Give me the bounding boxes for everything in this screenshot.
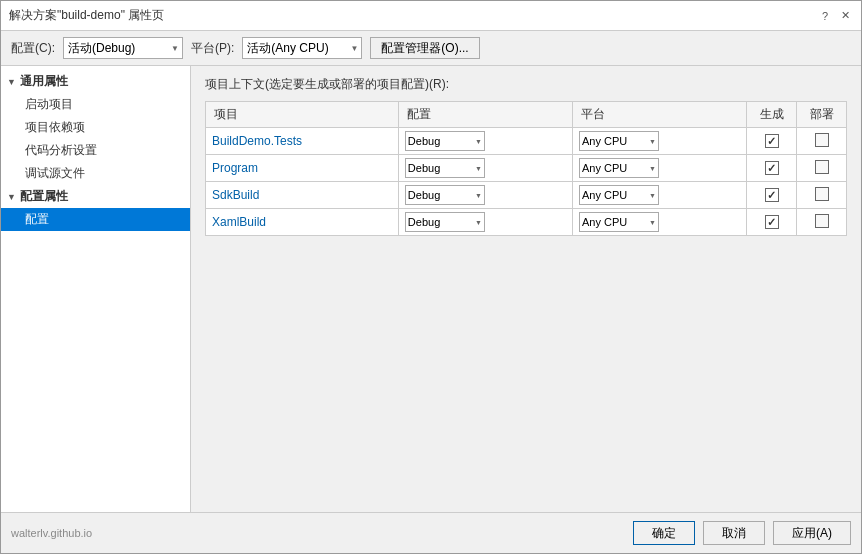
sidebar-item-code-analysis[interactable]: 代码分析设置 [1,139,190,162]
table-row: XamlBuildDebugAny CPU [206,209,847,236]
general-group-label: 通用属性 [20,73,68,90]
row-config-select[interactable]: Debug [405,131,485,151]
config-label: 配置(C): [11,40,55,57]
platform-label: 平台(P): [191,40,234,57]
main-window: 解决方案"build-demo" 属性页 ? ✕ 配置(C): 活动(Debug… [0,0,862,554]
row-config-select[interactable]: Debug [405,212,485,232]
row-platform-select-wrapper: Any CPU [579,185,659,205]
row-config-select-wrapper: Debug [405,158,485,178]
dialog-buttons: 确定 取消 应用(A) [633,521,851,545]
help-button[interactable]: ? [817,8,833,24]
deploy-checkbox[interactable] [815,187,829,201]
row-platform-select[interactable]: Any CPU [579,212,659,232]
table-row: ProgramDebugAny CPU [206,155,847,182]
general-arrow-icon: ▼ [7,77,16,87]
row-config-select[interactable]: Debug [405,185,485,205]
row-platform-select[interactable]: Any CPU [579,185,659,205]
row-platform-select-wrapper: Any CPU [579,131,659,151]
watermark: walterlv.github.io [11,527,92,539]
config-select[interactable]: 活动(Debug) [63,37,183,59]
panel-title: 项目上下文(选定要生成或部署的项目配置)(R): [205,76,847,93]
table-row: BuildDemo.TestsDebugAny CPU [206,128,847,155]
col-config: 配置 [398,102,572,128]
config-group-label: 配置属性 [20,188,68,205]
close-button[interactable]: ✕ [837,8,853,24]
right-panel: 项目上下文(选定要生成或部署的项目配置)(R): 项目 配置 平台 生成 部署 … [191,66,861,512]
row-platform-select-wrapper: Any CPU [579,212,659,232]
row-config-select[interactable]: Debug [405,158,485,178]
deploy-checkbox[interactable] [815,160,829,174]
build-checkbox[interactable] [765,188,779,202]
apply-button[interactable]: 应用(A) [773,521,851,545]
sidebar-item-startup[interactable]: 启动项目 [1,93,190,116]
general-group-header[interactable]: ▼ 通用属性 [1,70,190,93]
sidebar: ▼ 通用属性 启动项目 项目依赖项 代码分析设置 调试源文件 ▼ [1,66,191,512]
config-section: ▼ 配置属性 配置 [1,185,190,231]
config-group-header[interactable]: ▼ 配置属性 [1,185,190,208]
col-project: 项目 [206,102,399,128]
cancel-button[interactable]: 取消 [703,521,765,545]
table-row: SdkBuildDebugAny CPU [206,182,847,209]
general-section: ▼ 通用属性 启动项目 项目依赖项 代码分析设置 调试源文件 [1,70,190,185]
main-content: ▼ 通用属性 启动项目 项目依赖项 代码分析设置 调试源文件 ▼ [1,66,861,512]
row-config-select-wrapper: Debug [405,131,485,151]
platform-select[interactable]: 活动(Any CPU) [242,37,362,59]
build-checkbox[interactable] [765,215,779,229]
config-select-wrapper: 活动(Debug) [63,37,183,59]
row-platform-select[interactable]: Any CPU [579,158,659,178]
project-name: BuildDemo.Tests [212,134,302,148]
sidebar-item-configuration[interactable]: 配置 [1,208,190,231]
row-config-select-wrapper: Debug [405,212,485,232]
deploy-checkbox[interactable] [815,214,829,228]
title-bar-controls: ? ✕ [817,8,853,24]
sidebar-item-deps[interactable]: 项目依赖项 [1,116,190,139]
ok-button[interactable]: 确定 [633,521,695,545]
project-name: SdkBuild [212,188,259,202]
row-platform-select-wrapper: Any CPU [579,158,659,178]
build-checkbox[interactable] [765,134,779,148]
platform-select-wrapper: 活动(Any CPU) [242,37,362,59]
window-title: 解决方案"build-demo" 属性页 [9,7,164,24]
col-deploy: 部署 [797,102,847,128]
title-bar: 解决方案"build-demo" 属性页 ? ✕ [1,1,861,31]
project-name: XamlBuild [212,215,266,229]
row-config-select-wrapper: Debug [405,185,485,205]
sidebar-item-debug-sources[interactable]: 调试源文件 [1,162,190,185]
col-build: 生成 [747,102,797,128]
config-manager-button[interactable]: 配置管理器(O)... [370,37,479,59]
deploy-checkbox[interactable] [815,133,829,147]
bottom-bar: walterlv.github.io 确定 取消 应用(A) [1,512,861,553]
toolbar: 配置(C): 活动(Debug) 平台(P): 活动(Any CPU) 配置管理… [1,31,861,66]
project-table: 项目 配置 平台 生成 部署 BuildDemo.TestsDebugAny C… [205,101,847,236]
config-arrow-icon: ▼ [7,192,16,202]
project-name: Program [212,161,258,175]
col-platform: 平台 [572,102,746,128]
row-platform-select[interactable]: Any CPU [579,131,659,151]
build-checkbox[interactable] [765,161,779,175]
table-header-row: 项目 配置 平台 生成 部署 [206,102,847,128]
